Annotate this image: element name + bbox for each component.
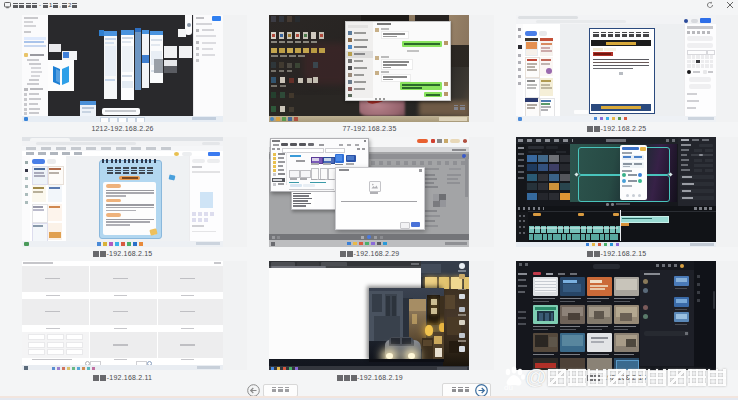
svg-text:du: du <box>504 383 513 391</box>
